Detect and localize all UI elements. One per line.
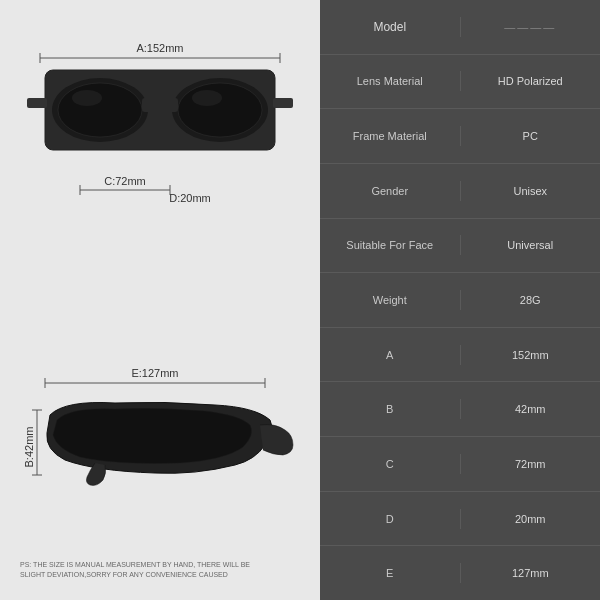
dim-c-label: C:72mm [104,175,146,187]
glasses-side-svg: E:127mm B:42mm [15,365,305,535]
spec-value: 152mm [460,345,601,365]
spec-row: GenderUnisex [320,164,600,219]
spec-value: 42mm [460,399,601,419]
svg-point-7 [178,83,262,137]
right-panel: Model————Lens MaterialHD PolarizedFrame … [320,0,600,600]
spec-row: C72mm [320,437,600,492]
spec-label: Suitable For Face [320,235,460,255]
spec-label: C [320,454,460,474]
spec-value: 28G [460,290,601,310]
dim-b-label: B:42mm [23,427,35,468]
spec-value: 72mm [460,454,601,474]
svg-rect-12 [27,98,47,108]
spec-table: Model————Lens MaterialHD PolarizedFrame … [320,0,600,600]
spec-row: D20mm [320,492,600,547]
svg-rect-8 [142,98,178,112]
spec-label: A [320,345,460,365]
spec-row: E127mm [320,546,600,600]
spec-row: Weight28G [320,273,600,328]
svg-point-6 [58,83,142,137]
spec-label: Frame Material [320,126,460,146]
svg-rect-11 [273,98,293,108]
spec-label: B [320,399,460,419]
spec-label: E [320,563,460,583]
glasses-top-svg: A:152mm C:72mm [15,30,305,290]
spec-row: Lens MaterialHD Polarized [320,55,600,110]
dim-a-label: A:152mm [136,42,183,54]
spec-label: Weight [320,290,460,310]
glasses-top-section: A:152mm C:72mm [10,10,310,310]
measurement-note: PS: THE SIZE IS MANUAL MEASUREMENT BY HA… [20,560,260,580]
spec-label: Gender [320,181,460,201]
spec-row: B42mm [320,382,600,437]
dim-d-label: D:20mm [169,192,211,204]
spec-label: D [320,509,460,529]
spec-label: Lens Material [320,71,460,91]
spec-row: A152mm [320,328,600,383]
spec-value: 20mm [460,509,601,529]
spec-value: Unisex [460,181,601,201]
svg-point-9 [72,90,102,106]
spec-row: Frame MaterialPC [320,109,600,164]
spec-value: HD Polarized [460,71,601,91]
spec-value: Universal [460,235,601,255]
dim-e-label: E:127mm [131,367,178,379]
left-panel: A:152mm C:72mm [0,0,320,600]
spec-value: PC [460,126,601,146]
spec-label: Model [320,16,460,38]
svg-point-10 [192,90,222,106]
spec-value: 127mm [460,563,601,583]
glasses-side-section: E:127mm B:42mm PS: THE SIZE IS MANUAL ME… [10,310,310,590]
spec-value: ———— [460,17,601,37]
spec-row: Model———— [320,0,600,55]
spec-row: Suitable For FaceUniversal [320,219,600,274]
